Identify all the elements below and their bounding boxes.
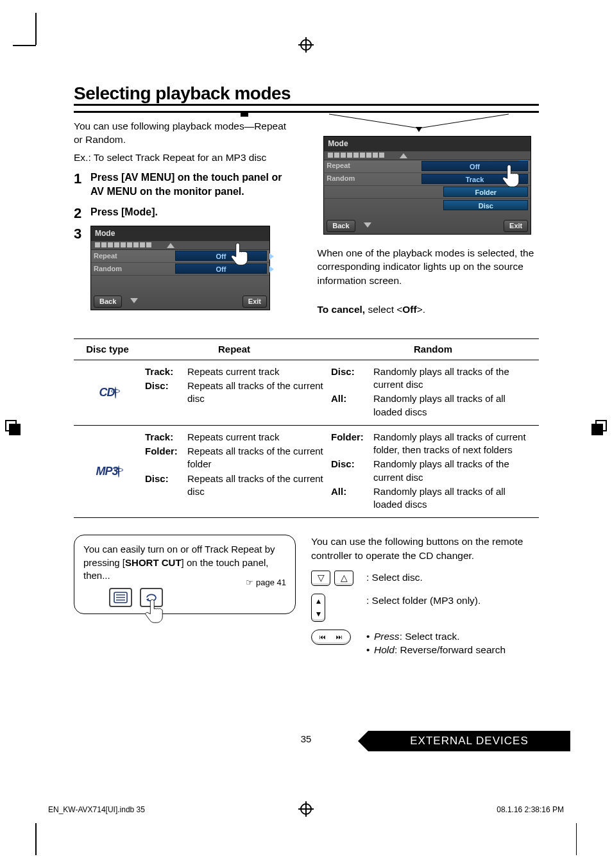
side-mark-right: [593, 417, 607, 435]
remote-controller-info: You can use the following buttons on the…: [311, 535, 539, 657]
ss2-exit-button[interactable]: Exit: [504, 220, 528, 232]
disc-select-keys: ▽ △: [311, 571, 356, 586]
ss2-random-value-folder[interactable]: Folder: [443, 187, 528, 197]
th-random: Random: [327, 338, 539, 360]
step-number-1: 1: [74, 169, 81, 188]
key-updown-rocker[interactable]: ▴▾: [311, 594, 325, 622]
ss1-back-button[interactable]: Back: [94, 296, 122, 308]
key-skip-wide[interactable]: ⏮ ⏭: [311, 630, 351, 645]
ss1-random-value[interactable]: Off: [175, 263, 267, 274]
mp3-repeat-cell: Track:Repeats current track Folder:Repea…: [141, 425, 327, 518]
print-file-name: EN_KW-AVX714[UI].indb 35: [48, 805, 145, 814]
ss1-repeat-label: Repeat: [94, 251, 175, 261]
page-reference: ☞ page 41: [246, 577, 286, 588]
section-tab: EXTERNAL DEVICES: [368, 731, 570, 751]
disc-type-mp3: MP3: [74, 425, 141, 518]
ss2-back-button[interactable]: Back: [327, 220, 355, 232]
mode-menu-screenshot-2: Mode × Repeat Off Random Track Folder: [323, 136, 531, 235]
trim-mark: [35, 13, 37, 45]
trim-mark: [576, 823, 577, 855]
ss1-exit-button[interactable]: Exit: [242, 296, 267, 308]
disc-select-desc: : Select disc.: [366, 571, 539, 585]
ss1-title: Mode: [91, 226, 269, 241]
shortcut-tip-box: You can easily turn on or off Track Repe…: [74, 535, 296, 614]
disc-type-cd: CD: [74, 360, 141, 425]
ss1-random-label: Random: [94, 264, 175, 274]
example-text: Ex.: To select Track Repeat for an MP3 d…: [74, 151, 297, 164]
ss1-repeat-value[interactable]: Off: [175, 251, 267, 261]
ss2-random-value-track[interactable]: Track: [421, 174, 528, 184]
result-text: When one of the playback modes is select…: [316, 246, 540, 287]
track-select-desc: Press: Select track. Hold: Reverse/forwa…: [366, 630, 539, 657]
step-1-text: Press [AV MENU] on the touch panel or AV…: [90, 172, 282, 197]
side-mark-left: [5, 417, 19, 435]
trim-mark: [35, 823, 37, 855]
ss2-random-value-disc[interactable]: Disc: [443, 200, 528, 210]
step-number-2: 2: [74, 204, 81, 223]
th-disc-type: Disc type: [74, 338, 141, 360]
playback-modes-table: Disc type Repeat Random CD Track:Repeats…: [74, 338, 539, 519]
mode-menu-screenshot-1: Mode Repeat Off Random Off Back Exit: [90, 226, 270, 310]
registration-mark-top: [298, 37, 314, 53]
left-column: You can use following playback modes—Rep…: [74, 119, 297, 317]
key-triangle-up[interactable]: △: [334, 571, 353, 586]
print-meta-line: EN_KW-AVX714[UI].indb 35 08.1.16 2:38:16…: [48, 805, 564, 814]
track-select-key: ⏮ ⏭: [311, 630, 356, 645]
right-column: Mode × Repeat Off Random Track Folder: [316, 119, 540, 317]
step-number-3: 3: [74, 224, 81, 244]
intro-text: You can use following playback modes—Rep…: [74, 119, 297, 147]
key-triangle-down[interactable]: ▽: [311, 571, 330, 586]
cd-random-cell: Disc:Randomly plays all tracks of the cu…: [327, 360, 539, 425]
mp3-random-cell: Folder:Randomly plays all tracks of curr…: [327, 425, 539, 518]
title-rule-notch: [241, 111, 248, 117]
ss2-repeat-label: Repeat: [327, 161, 421, 171]
remote-intro: You can use the following buttons on the…: [311, 535, 539, 562]
th-repeat: Repeat: [141, 338, 327, 360]
repeat-icon[interactable]: [140, 588, 163, 607]
cancel-text: To cancel, select <Off>.: [316, 303, 540, 316]
ss2-random-label: Random: [327, 174, 421, 183]
step-2-text: Press [Mode].: [90, 206, 158, 217]
print-timestamp: 08.1.16 2:38:16 PM: [497, 805, 564, 814]
context-arrow: [316, 113, 522, 135]
folder-select-desc: : Select folder (MP3 only).: [366, 594, 539, 608]
ss2-repeat-value[interactable]: Off: [421, 161, 528, 171]
ss2-title: Mode: [324, 137, 531, 151]
trim-mark: [13, 45, 36, 46]
page-title: Selecting playback modes: [74, 83, 539, 106]
folder-select-key: ▴▾: [311, 594, 356, 622]
tip-text: You can easily turn on or off Track Repe…: [83, 544, 275, 581]
list-icon[interactable]: [109, 588, 132, 607]
cd-repeat-cell: Track:Repeats current track Disc:Repeats…: [141, 360, 327, 425]
